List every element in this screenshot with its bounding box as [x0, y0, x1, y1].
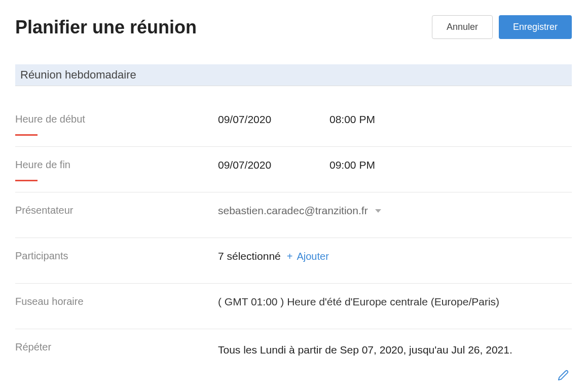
- repeat-label: Répéter: [15, 339, 218, 363]
- required-indicator: [15, 180, 38, 181]
- header: Planifier une réunion Annuler Enregistre…: [15, 15, 572, 39]
- timezone-text: ( GMT 01:00 ) Heure d'été d'Europe centr…: [218, 296, 499, 308]
- timezone-label: Fuseau horaire: [15, 294, 218, 318]
- chevron-down-icon: [375, 209, 381, 213]
- participants-row: Participants 7 sélectionné + Ajouter: [15, 248, 572, 284]
- repeat-value: Tous les Lundi à partir de Sep 07, 2020,…: [218, 339, 572, 369]
- end-time-label: Heure de fin: [15, 157, 218, 181]
- participants-value: 7 sélectionné + Ajouter: [218, 248, 572, 272]
- plus-icon: +: [287, 251, 293, 262]
- repeat-text: Tous les Lundi à partir de Sep 07, 2020,…: [218, 341, 512, 359]
- edit-repeat-button[interactable]: [558, 370, 569, 383]
- start-time-value: 09/07/2020 08:00 PM: [218, 111, 572, 136]
- presenter-dropdown[interactable]: sebastien.caradec@tranzition.fr: [218, 205, 381, 217]
- start-time-row: Heure de début 09/07/2020 08:00 PM: [15, 111, 572, 147]
- end-time-field[interactable]: 09:00 PM: [329, 159, 421, 171]
- pencil-icon: [558, 370, 569, 381]
- meeting-title-input[interactable]: Réunion hebdomadaire: [15, 64, 572, 86]
- presenter-label: Présentateur: [15, 203, 218, 226]
- end-time-row: Heure de fin 09/07/2020 09:00 PM: [15, 157, 572, 192]
- timezone-value[interactable]: ( GMT 01:00 ) Heure d'été d'Europe centr…: [218, 294, 572, 318]
- participants-label: Participants: [15, 248, 218, 272]
- start-time-field[interactable]: 08:00 PM: [329, 113, 421, 126]
- presenter-row: Présentateur sebastien.caradec@tranzitio…: [15, 203, 572, 238]
- presenter-value: sebastien.caradec@tranzition.fr: [218, 203, 572, 227]
- start-date-field[interactable]: 09/07/2020: [218, 113, 309, 126]
- participants-count: 7 sélectionné: [218, 250, 281, 262]
- page-title: Planifier une réunion: [15, 17, 197, 38]
- end-date-field[interactable]: 09/07/2020: [218, 159, 309, 171]
- save-button[interactable]: Enregistrer: [499, 15, 572, 39]
- start-time-label: Heure de début: [15, 111, 218, 135]
- presenter-email: sebastien.caradec@tranzition.fr: [218, 205, 368, 217]
- cancel-button[interactable]: Annuler: [432, 15, 493, 39]
- required-indicator: [15, 134, 38, 136]
- repeat-row: Répéter Tous les Lundi à partir de Sep 0…: [15, 339, 572, 389]
- add-participant-link[interactable]: Ajouter: [297, 251, 328, 262]
- end-time-label-text: Heure de fin: [15, 159, 70, 170]
- header-actions: Annuler Enregistrer: [432, 15, 572, 39]
- end-time-value: 09/07/2020 09:00 PM: [218, 157, 572, 181]
- start-time-label-text: Heure de début: [15, 113, 85, 125]
- timezone-row: Fuseau horaire ( GMT 01:00 ) Heure d'été…: [15, 294, 572, 329]
